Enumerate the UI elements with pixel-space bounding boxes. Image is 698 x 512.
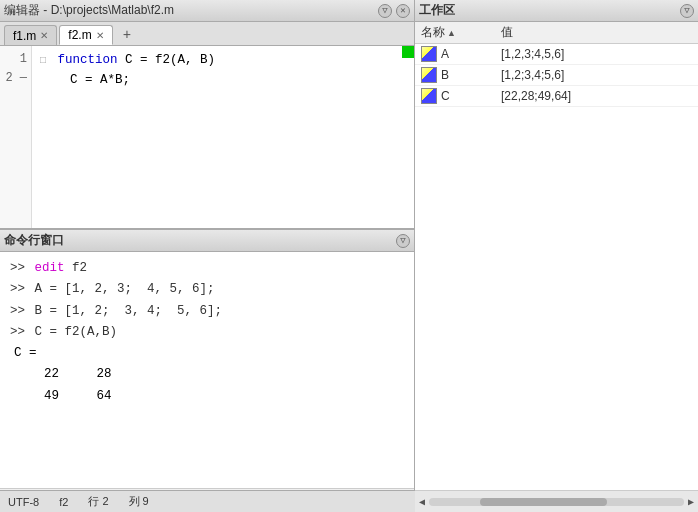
tab-f1m-close[interactable]: ✕ bbox=[40, 30, 48, 41]
status-file: f2 bbox=[59, 496, 68, 508]
code-editor[interactable]: □ function C = f2(A, B) C = A*B; bbox=[32, 46, 414, 228]
code-line-1: □ function C = f2(A, B) bbox=[40, 50, 406, 70]
cmd-text-2: A = [1, 2, 3; 4, 5, 6]; bbox=[27, 279, 215, 300]
workspace-titlebar: 工作区 ▽ bbox=[415, 0, 698, 22]
tab-f2m-label: f2.m bbox=[68, 28, 91, 42]
ws-icon-A bbox=[421, 46, 437, 62]
ws-row-B[interactable]: B [1,2;3,4;5,6] bbox=[415, 65, 698, 86]
cmd-text-1: edit f2 bbox=[27, 258, 87, 279]
code-area[interactable]: 1 2 — □ function C = f2(A, B) C = A*B; bbox=[0, 46, 414, 228]
sort-arrow-name: ▲ bbox=[447, 28, 456, 38]
workspace-content: 名称 ▲ 值 A [1,2,3;4,5,6] B [1,2;3,4;5,6] C… bbox=[415, 22, 698, 490]
editor-controls: ▽ ✕ bbox=[378, 4, 410, 18]
keyword-function: function bbox=[58, 53, 118, 67]
workspace-column-headers: 名称 ▲ 值 bbox=[415, 22, 698, 44]
result-r1c2: 28 bbox=[97, 367, 112, 381]
cmd-line-4: >> C = f2(A,B) bbox=[10, 322, 404, 343]
cmd-result-label: C = bbox=[10, 343, 404, 364]
cmd-content[interactable]: >> edit f2 >> A = [1, 2, 3; 4, 5, 6]; >>… bbox=[0, 252, 414, 488]
ws-varname-A: A bbox=[441, 47, 501, 61]
cmd-line-2: >> A = [1, 2, 3; 4, 5, 6]; bbox=[10, 279, 404, 300]
ws-row-A[interactable]: A [1,2,3;4,5,6] bbox=[415, 44, 698, 65]
tab-f2m-close[interactable]: ✕ bbox=[96, 30, 104, 41]
ws-icon-B bbox=[421, 67, 437, 83]
cmd-line-1: >> edit f2 bbox=[10, 258, 404, 279]
line-num-1: 1 bbox=[2, 50, 27, 69]
status-row: 行 2 bbox=[88, 494, 108, 509]
tab-f2m[interactable]: f2.m ✕ bbox=[59, 25, 112, 45]
code-line2-indent bbox=[40, 73, 63, 87]
code-line-2: C = A*B; bbox=[40, 70, 406, 90]
workspace-panel: 工作区 ▽ 名称 ▲ 值 A [1,2,3;4,5,6] B [1,2;3,4;… bbox=[415, 0, 698, 512]
cmd-result-row2: 49 64 bbox=[10, 386, 404, 407]
command-window-panel: 命令行窗口 ▽ >> edit f2 >> A = [1, 2, 3; 4, 5… bbox=[0, 230, 414, 512]
status-bar: UTF-8 f2 行 2 列 9 bbox=[0, 490, 415, 512]
status-encoding: UTF-8 bbox=[8, 496, 39, 508]
add-tab-button[interactable]: + bbox=[115, 25, 139, 45]
editor-panel: 编辑器 - D:\projects\Matlab\f2.m ▽ ✕ f1.m ✕… bbox=[0, 0, 414, 230]
workspace-minimize-button[interactable]: ▽ bbox=[680, 4, 694, 18]
cmd-minimize-button[interactable]: ▽ bbox=[396, 234, 410, 248]
workspace-scrollbar[interactable]: ◀ ▶ bbox=[415, 490, 698, 512]
editor-title: 编辑器 - D:\projects\Matlab\f2.m bbox=[4, 2, 174, 19]
result-r1c1: 22 bbox=[44, 367, 59, 381]
scroll-right-arrow[interactable]: ▶ bbox=[688, 496, 694, 508]
cmd-text-4: C = f2(A,B) bbox=[27, 322, 117, 343]
tab-f1m-label: f1.m bbox=[13, 29, 36, 43]
cmd-titlebar: 命令行窗口 ▽ bbox=[0, 230, 414, 252]
ws-row-C[interactable]: C [22,28;49,64] bbox=[415, 86, 698, 107]
editor-titlebar: 编辑器 - D:\projects\Matlab\f2.m ▽ ✕ bbox=[0, 0, 414, 22]
green-indicator bbox=[402, 46, 414, 58]
scroll-thumb[interactable] bbox=[480, 498, 607, 506]
cmd-prompt-4: >> bbox=[10, 322, 25, 343]
scroll-left-arrow[interactable]: ◀ bbox=[419, 496, 425, 508]
ws-header-name: 名称 ▲ bbox=[421, 24, 501, 41]
cmd-line-3: >> B = [1, 2; 3, 4; 5, 6]; bbox=[10, 301, 404, 322]
line-numbers: 1 2 — bbox=[0, 46, 32, 228]
result-r2c2: 64 bbox=[97, 389, 112, 403]
workspace-title: 工作区 bbox=[419, 2, 455, 19]
cmd-prompt-1: >> bbox=[10, 258, 25, 279]
result-r2c1: 49 bbox=[44, 389, 59, 403]
editor-close-button[interactable]: ✕ bbox=[396, 4, 410, 18]
code-line2-text: C = A*B; bbox=[70, 73, 130, 87]
tab-f1m[interactable]: f1.m ✕ bbox=[4, 25, 57, 45]
scroll-track[interactable] bbox=[429, 498, 684, 506]
cmd-text-3: B = [1, 2; 3, 4; 5, 6]; bbox=[27, 301, 222, 322]
ws-header-value: 值 bbox=[501, 24, 692, 41]
ws-value-A: [1,2,3;4,5,6] bbox=[501, 47, 692, 61]
ws-value-C: [22,28;49,64] bbox=[501, 89, 692, 103]
cmd-prompt-3: >> bbox=[10, 301, 25, 322]
line1-marker: □ bbox=[40, 53, 50, 69]
ws-icon-C bbox=[421, 88, 437, 104]
cmd-prompt-2: >> bbox=[10, 279, 25, 300]
cmd-title: 命令行窗口 bbox=[4, 232, 64, 249]
line-num-2: 2 — bbox=[2, 69, 27, 88]
ws-value-B: [1,2;3,4;5,6] bbox=[501, 68, 692, 82]
status-col: 列 9 bbox=[129, 494, 149, 509]
tab-bar: f1.m ✕ f2.m ✕ + bbox=[0, 22, 414, 46]
code-line1-rest: C = f2(A, B) bbox=[125, 53, 215, 67]
editor-minimize-button[interactable]: ▽ bbox=[378, 4, 392, 18]
ws-varname-C: C bbox=[441, 89, 501, 103]
cmd-result-row1: 22 28 bbox=[10, 364, 404, 385]
ws-varname-B: B bbox=[441, 68, 501, 82]
